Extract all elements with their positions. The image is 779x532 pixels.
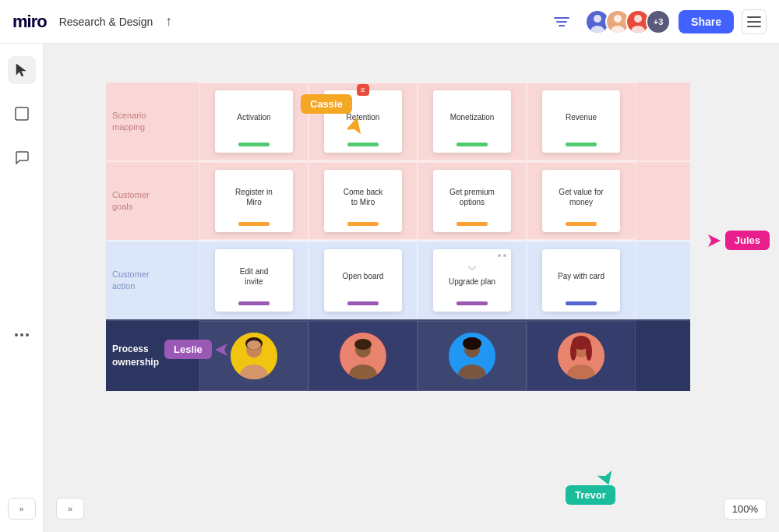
svg-rect-1 [556, 21, 567, 23]
sticky-pay-bar [566, 301, 597, 305]
menu-icon[interactable] [742, 9, 767, 34]
cell-value[interactable]: Get value formoney [527, 162, 636, 240]
avatar-owner-1 [231, 333, 277, 379]
row-scenario-cells: Activation ≡ Retention Monetization [199, 83, 690, 160]
svg-point-15 [20, 333, 23, 336]
expand-arrows[interactable]: » [56, 498, 84, 520]
svg-point-7 [634, 15, 642, 23]
avatar-badge: +3 [646, 9, 671, 34]
sticky-upgrade: Upgrade plan [433, 249, 511, 312]
cell-edit[interactable]: Edit andinvite [199, 241, 308, 319]
cell-owner-3[interactable] [418, 321, 527, 391]
cell-revenue[interactable]: Revenue [527, 83, 636, 160]
svg-point-26 [354, 339, 372, 350]
cell-comeback[interactable]: Come backto Miro [308, 162, 418, 240]
cassie-label: Cassie [301, 94, 352, 114]
cell-owner-2[interactable] [308, 321, 418, 391]
svg-rect-2 [559, 25, 565, 26]
sticky-openboard: Open board [324, 249, 402, 312]
upload-icon[interactable]: ↑ [165, 13, 172, 30]
sticky-pay: Pay with card [542, 249, 620, 312]
jules-arrow [705, 233, 721, 248]
svg-point-35 [570, 342, 576, 361]
row-process-cells [199, 321, 690, 391]
svg-marker-12 [16, 64, 26, 76]
trevor-label: Trevor [566, 485, 615, 505]
sticky-premium-text: Get premiumoptions [449, 176, 495, 217]
logo: miro [12, 12, 47, 32]
avatar-owner-3 [449, 333, 495, 379]
sticky-comeback: Come backto Miro [324, 170, 402, 232]
filter-icon[interactable] [549, 9, 574, 34]
cell-owner-4[interactable] [527, 321, 636, 391]
cell-openboard[interactable]: Open board [308, 241, 418, 319]
sticky-retention-bar [347, 143, 379, 146]
topbar-right: +3 Share [549, 9, 767, 34]
svg-marker-37 [347, 117, 363, 134]
row-scenario-label: Scenariomapping [106, 83, 199, 160]
sticky-openboard-text: Open board [343, 255, 384, 297]
row-goals: Customergoals Register inMiro Come backt… [106, 160, 690, 240]
avatar-owner-2 [340, 333, 386, 379]
sticky-activation-bar [238, 143, 270, 146]
sticky-register: Register inMiro [215, 170, 293, 232]
sticky-activation-text: Activation [237, 97, 270, 138]
sticky-tool[interactable] [8, 100, 36, 128]
sidebar: » [0, 44, 44, 532]
sidebar-expand[interactable]: » [8, 498, 36, 520]
trevor-arrow [597, 470, 615, 485]
sticky-register-bar [238, 222, 270, 226]
svg-point-3 [594, 15, 601, 23]
row-scenario: Scenariomapping Activation ≡ Retention [106, 83, 690, 160]
leslie-cursor: Leslie [164, 340, 231, 359]
leslie-arrow [215, 342, 231, 358]
svg-point-16 [26, 333, 29, 336]
more-tools[interactable] [8, 321, 36, 349]
row-action-cells: Edit andinvite Open board [199, 241, 690, 319]
svg-point-8 [631, 26, 645, 33]
sticky-monetization-bar [456, 143, 488, 146]
svg-marker-39 [215, 344, 227, 356]
sticky-value: Get value formoney [542, 170, 620, 232]
sticky-upgrade-bar [456, 301, 488, 305]
avatar-owner-4 [558, 333, 605, 379]
cell-pay[interactable]: Pay with card [527, 241, 636, 319]
svg-point-6 [611, 26, 625, 33]
dots-indicator [498, 254, 506, 257]
svg-point-30 [463, 337, 481, 350]
avatar-group: +3 [585, 9, 671, 34]
board-title: Research & Design [59, 16, 153, 28]
sticky-edit: Edit andinvite [215, 249, 293, 312]
svg-rect-9 [747, 16, 761, 18]
svg-point-14 [15, 333, 18, 336]
sticky-value-bar [566, 222, 597, 226]
sticky-pay-text: Pay with card [558, 255, 605, 297]
svg-rect-13 [16, 107, 28, 120]
svg-point-22 [247, 340, 261, 350]
cassie-arrow [347, 117, 363, 136]
svg-point-5 [614, 15, 622, 23]
leslie-label: Leslie [164, 340, 212, 359]
zoom-badge[interactable]: 100% [724, 499, 767, 520]
sticky-monetization-text: Monetization [450, 97, 495, 138]
cell-monetization[interactable]: Monetization [418, 83, 527, 160]
topbar: miro Research & Design ↑ [0, 0, 779, 44]
canvas[interactable]: Scenariomapping Activation ≡ Retention [44, 44, 779, 532]
cell-upgrade[interactable]: Upgrade plan [418, 241, 527, 319]
sticky-value-text: Get value formoney [559, 176, 603, 217]
comment-tool[interactable] [8, 143, 36, 171]
cassie-cursor: Cassie [301, 94, 363, 136]
sticky-register-text: Register inMiro [235, 176, 273, 217]
cell-register[interactable]: Register inMiro [199, 162, 308, 240]
svg-marker-38 [708, 234, 721, 247]
svg-rect-0 [554, 17, 569, 19]
cell-premium[interactable]: Get premiumoptions [418, 162, 527, 240]
svg-rect-11 [747, 26, 761, 27]
svg-point-4 [590, 26, 605, 33]
row-action: Customeraction Edit andinvite Open board [106, 240, 690, 319]
chevron-indicator [467, 265, 477, 271]
cell-activation[interactable]: Activation [199, 83, 308, 160]
select-tool[interactable] [8, 56, 36, 84]
sticky-openboard-bar [347, 301, 379, 305]
share-button[interactable]: Share [679, 10, 734, 33]
